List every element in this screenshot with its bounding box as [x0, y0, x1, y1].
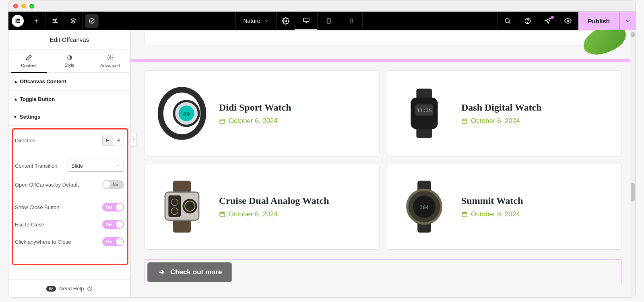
- settings-body: Direction Content Transition Slide: [8, 126, 130, 259]
- row-click-close: Click anywhere to Close Yes: [15, 233, 124, 251]
- hero-card: [144, 30, 622, 45]
- direction-right-button[interactable]: [113, 135, 124, 146]
- page-name: Nature: [243, 18, 260, 24]
- svg-rect-39: [220, 212, 225, 217]
- scroll-thumb[interactable]: [631, 183, 635, 201]
- chevron-down-icon: [116, 164, 120, 168]
- svg-point-17: [109, 57, 111, 58]
- help-circle-icon: [87, 286, 93, 292]
- tab-content[interactable]: Content: [8, 49, 49, 72]
- contrast-icon: [67, 55, 72, 60]
- svg-rect-32: [173, 220, 191, 233]
- notification-dot-icon: [551, 16, 554, 19]
- add-element-button[interactable]: [27, 12, 45, 30]
- canvas-scrollbar[interactable]: [630, 30, 636, 297]
- desktop-device-button[interactable]: [295, 12, 318, 30]
- esc-close-toggle[interactable]: Yes: [102, 220, 124, 229]
- hero-strip: [131, 30, 636, 59]
- elementor-logo-icon[interactable]: [12, 15, 24, 27]
- row-esc-close: Esc to Close Yes: [15, 216, 124, 233]
- section-offcanvas-content[interactable]: ▸ Offcanvas Content: [8, 73, 130, 90]
- panel-tabs: Content Style Advanced: [8, 49, 130, 73]
- svg-rect-9: [303, 18, 309, 22]
- search-button[interactable]: [497, 12, 518, 30]
- card-date: October 6, 2024: [461, 117, 542, 125]
- canvas-scroll[interactable]: 49 Didi Sport Watch October 6, 2024: [131, 30, 636, 297]
- tab-style[interactable]: Style: [49, 49, 90, 72]
- post-card[interactable]: 49 Didi Sport Watch October 6, 2024: [144, 70, 380, 156]
- notifications-button[interactable]: [538, 12, 558, 30]
- gear-icon: [107, 54, 114, 61]
- watch-thumbnail-icon: 49: [154, 83, 210, 144]
- mobile-device-button[interactable]: [340, 12, 363, 30]
- row-content-transition: Content Transition Slide: [15, 153, 124, 176]
- svg-point-8: [285, 20, 287, 22]
- responsive-device-group: [295, 12, 363, 30]
- section-toggle-button[interactable]: ▸ Toggle Button: [8, 90, 130, 108]
- calendar-icon: [219, 118, 225, 124]
- mac-titlebar: [8, 0, 636, 12]
- svg-point-12: [505, 18, 510, 23]
- section-divider: [131, 59, 636, 62]
- maximize-window-icon[interactable]: [29, 4, 34, 8]
- settings-sliders-button[interactable]: [45, 12, 64, 30]
- show-close-toggle[interactable]: Yes: [102, 203, 124, 212]
- svg-point-15: [567, 20, 569, 22]
- svg-rect-24: [220, 119, 225, 123]
- card-title: Cruise Dual Analog Watch: [219, 195, 329, 206]
- tablet-device-button[interactable]: [318, 12, 340, 30]
- calendar-icon: [461, 118, 468, 124]
- svg-point-5: [55, 21, 56, 22]
- svg-rect-1: [17, 19, 20, 20]
- panel-title: Edit Offcanvas: [8, 30, 130, 49]
- minimize-window-icon[interactable]: [21, 4, 26, 8]
- chevron-right-icon: ▸: [13, 80, 18, 83]
- page-selector[interactable]: Nature: [235, 12, 277, 30]
- svg-point-7: [89, 18, 94, 23]
- calendar-icon: [461, 211, 468, 218]
- panel-collapse-handle[interactable]: [131, 131, 136, 147]
- chevron-down-icon: [264, 18, 269, 23]
- preview-canvas: 49 Didi Sport Watch October 6, 2024: [131, 30, 636, 297]
- publish-options-button[interactable]: [619, 12, 636, 30]
- open-default-toggle[interactable]: No: [102, 180, 124, 189]
- page-settings-button[interactable]: [277, 12, 295, 30]
- need-help-link[interactable]: Need Help: [59, 286, 84, 292]
- content-transition-select[interactable]: Slide: [68, 160, 124, 172]
- publish-button[interactable]: Publish: [578, 12, 619, 30]
- svg-point-6: [56, 22, 58, 23]
- click-close-toggle[interactable]: Yes: [102, 237, 124, 246]
- svg-rect-30: [462, 119, 467, 123]
- panel-footer: EA Need Help: [8, 279, 130, 297]
- svg-text:49: 49: [183, 111, 190, 117]
- arrow-right-icon: [157, 268, 165, 276]
- post-card[interactable]: Cruise Dual Analog Watch October 6, 2024: [144, 164, 380, 250]
- tab-advanced[interactable]: Advanced: [90, 49, 130, 72]
- svg-rect-45: [462, 212, 467, 217]
- chevron-down-icon: ▾: [14, 114, 17, 119]
- structure-button[interactable]: [64, 12, 83, 30]
- card-title: Didi Sport Watch: [219, 102, 291, 113]
- calendar-icon: [219, 211, 225, 218]
- direction-left-button[interactable]: [103, 135, 113, 146]
- post-card[interactable]: 11:35 Dash Digital Watch October 6, 2024: [387, 70, 622, 156]
- svg-point-4: [56, 19, 57, 20]
- card-date: October 6, 2024: [219, 210, 329, 218]
- svg-rect-10: [327, 18, 330, 23]
- editor-topbar: Nature: [8, 12, 636, 30]
- help-button[interactable]: [518, 12, 538, 30]
- check-out-more-button[interactable]: Check out more: [147, 262, 232, 282]
- watch-thumbnail-icon: 304: [396, 177, 452, 237]
- svg-point-14: [528, 22, 528, 23]
- checklist-button[interactable]: [85, 14, 99, 28]
- section-settings[interactable]: ▾ Settings: [8, 108, 130, 126]
- pencil-icon: [26, 54, 32, 61]
- cards-grid: 49 Didi Sport Watch October 6, 2024: [144, 70, 622, 250]
- preview-button[interactable]: [558, 12, 578, 30]
- row-direction: Direction: [15, 131, 124, 150]
- cta-section: Check out more: [144, 259, 622, 285]
- scroll-thumb-top[interactable]: [631, 32, 635, 37]
- card-title: Dash Digital Watch: [461, 102, 542, 113]
- post-card[interactable]: 304 Summit Watch October 6, 2024: [387, 164, 622, 250]
- close-window-icon[interactable]: [13, 4, 18, 8]
